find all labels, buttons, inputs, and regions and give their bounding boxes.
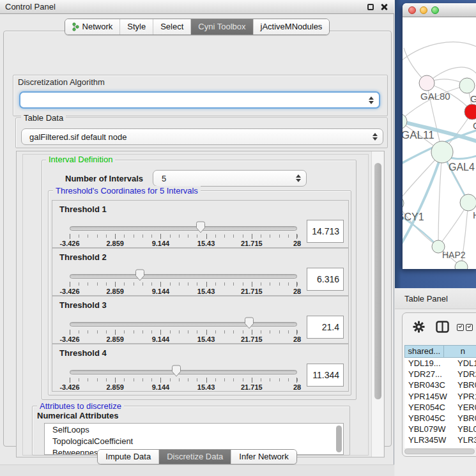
table-data-label: Table Data: [21, 113, 66, 123]
cyni-toolbox-panel: Discretization Algorithm Table Data galF…: [3, 31, 392, 447]
node-label-gal4: GAL4: [449, 162, 475, 173]
tab-cyni-toolbox[interactable]: Cyni Toolbox: [191, 19, 253, 35]
node-right-mid: [460, 194, 476, 211]
network-desktop: GAL80 GA C GAL11 GAL4 GCY1 H HAP2: [395, 0, 476, 288]
slider-track[interactable]: [70, 322, 297, 326]
table-data-combobox[interactable]: galFiltered.sif default node: [21, 128, 383, 145]
node-label-hap2: HAP2: [442, 250, 466, 260]
table-row[interactable]: YBR043CYBR0: [404, 380, 476, 390]
threshold-3-value-field[interactable]: 21.4: [307, 316, 344, 339]
threshold-3-slider[interactable]: -3.4262.8599.14415.4321.71528: [70, 296, 297, 344]
bottom-tab-bar: Impute Data Discretize Data Infer Networ…: [0, 449, 394, 464]
tab-style[interactable]: Style: [120, 19, 153, 35]
slider-track[interactable]: [70, 370, 297, 374]
slider-thumb[interactable]: [196, 221, 206, 234]
node-gcy1: [403, 196, 404, 210]
node-label-gal80: GAL80: [420, 91, 450, 102]
list-scrollbar-thumb[interactable]: [336, 426, 342, 452]
tab-impute-data[interactable]: Impute Data: [98, 450, 159, 464]
combo-arrows-icon: [372, 132, 378, 141]
control-panel: Control Panel Network Style Select Cyni …: [0, 0, 394, 476]
mac-minimize-icon[interactable]: [420, 6, 427, 14]
numerical-attributes-label: Numerical Attributes: [37, 411, 118, 420]
vertical-scrollbar[interactable]: [371, 151, 383, 457]
float-window-icon[interactable]: [367, 4, 374, 10]
combo-arrows-icon: [296, 174, 302, 183]
slider-thumb[interactable]: [135, 269, 145, 282]
node-label-gcy1: GCY1: [403, 211, 424, 222]
scrollbar-thumb[interactable]: [374, 163, 381, 399]
discretization-algorithm-label: Discretization Algorithm: [18, 77, 105, 87]
network-view-window[interactable]: GAL80 GA C GAL11 GAL4 GCY1 H HAP2: [403, 3, 476, 269]
table-row[interactable]: YBR045CYBR0: [404, 413, 476, 424]
network-window-titlebar[interactable]: [403, 3, 476, 17]
table-data-group: Table Data galFiltered.sif default node: [15, 118, 388, 148]
top-tab-bar: Network Style Select Cyni Toolbox jActiv…: [0, 19, 394, 35]
threshold-2-panel: Threshold 2 -3.4262.8599.14415.4321.7152…: [52, 248, 349, 296]
mac-zoom-icon[interactable]: [431, 6, 439, 14]
slider-thumb[interactable]: [244, 317, 254, 330]
table-row[interactable]: YDL19...YDL1: [404, 358, 476, 369]
mac-close-icon[interactable]: [408, 6, 416, 14]
node-label-partial-top: GA: [470, 93, 476, 104]
network-icon: [72, 22, 79, 31]
tab-network[interactable]: Network: [65, 19, 121, 35]
threshold-4-panel: Threshold 4 -3.4262.8599.14415.4321.7152…: [52, 344, 349, 392]
algorithm-combobox[interactable]: [19, 91, 380, 109]
tab-discretize-data[interactable]: Discretize Data: [159, 450, 231, 464]
table-row[interactable]: YLR345WYLR3: [404, 434, 476, 445]
number-of-intervals-combobox[interactable]: 5: [153, 170, 307, 187]
attributes-group: Attributes to discretize Numerical Attri…: [32, 406, 350, 456]
node-label-partial-c: C: [473, 120, 476, 131]
list-item[interactable]: TopologicalCoefficient: [45, 435, 343, 447]
table-row[interactable]: YER054CYER0: [404, 402, 476, 413]
checked-checkbox-icon[interactable]: [457, 324, 464, 331]
gear-icon[interactable]: [413, 321, 425, 333]
table-row[interactable]: YIL052CYIL0: [404, 446, 476, 449]
right-region: GAL80 GA C GAL11 GAL4 GCY1 H HAP2 Table …: [395, 0, 476, 476]
threshold-4-slider[interactable]: -3.4262.8599.14415.4321.71528: [70, 344, 297, 392]
tab-select[interactable]: Select: [153, 19, 191, 35]
threshold-1-value-field[interactable]: 14.713: [307, 220, 344, 243]
split-columns-icon[interactable]: [436, 321, 449, 333]
interval-definition-title: Interval Definition: [46, 155, 115, 164]
checked-checkbox-icon[interactable]: [466, 324, 473, 331]
threshold-4-value-field[interactable]: 11.344: [307, 364, 344, 387]
table-panel-titlebar: Table Panel: [395, 288, 476, 309]
network-graph: GAL80 GA C GAL11 GAL4 GCY1 H HAP2: [403, 17, 476, 269]
table-panel-title: Table Panel: [404, 294, 448, 303]
column-header-shared-name[interactable]: shared...: [404, 345, 444, 358]
node-top-right: [459, 78, 475, 93]
slider-thumb[interactable]: [171, 365, 181, 378]
slider-ticks: [70, 378, 298, 381]
threshold-1-slider[interactable]: -3.4262.8599.14415.4321.71528: [70, 201, 297, 249]
slider-ticks: [70, 330, 298, 334]
slider-ticks: [70, 282, 298, 286]
threshold-2-value-field[interactable]: 6.316: [307, 268, 344, 291]
list-item[interactable]: SelfLoops: [45, 424, 343, 435]
threshold-2-slider[interactable]: -3.4262.8599.14415.4321.71528: [70, 249, 297, 296]
tab-jactivemnodules[interactable]: jActiveMNodules: [254, 19, 330, 35]
number-of-intervals-value: 5: [162, 174, 166, 183]
column-header-name[interactable]: n: [444, 345, 476, 358]
table-row[interactable]: YBL079WYBL0: [404, 424, 476, 434]
bottom-strip: [0, 464, 394, 476]
slider-track[interactable]: [70, 226, 297, 231]
node-gal4: [431, 141, 453, 163]
horizontal-scrollbar[interactable]: [404, 449, 476, 454]
tab-label: Network: [82, 22, 113, 31]
table-row[interactable]: YPR145WYPR1: [404, 391, 476, 402]
table-rows: YDL19...YDL1 YDR27...YDR2 YBR043CYBR0 YP…: [404, 358, 476, 448]
threshold-3-panel: Threshold 3 -3.4262.8599.14415.4321.7152…: [52, 296, 349, 344]
table-data-value: galFiltered.sif default node: [29, 132, 127, 142]
network-canvas[interactable]: GAL80 GA C GAL11 GAL4 GCY1 H HAP2: [403, 17, 476, 269]
table-row[interactable]: YDR27...YDR2: [404, 369, 476, 380]
scrollbar-thumb[interactable]: [404, 449, 475, 454]
slider-track[interactable]: [70, 274, 297, 279]
node-bottom-partial: [455, 261, 468, 269]
number-of-intervals-label: Number of Intervals: [65, 174, 143, 183]
tab-infer-network[interactable]: Infer Network: [231, 450, 296, 464]
close-panel-icon[interactable]: [380, 3, 388, 11]
slider-ticks: [70, 234, 298, 238]
combo-arrows-icon: [369, 96, 374, 105]
